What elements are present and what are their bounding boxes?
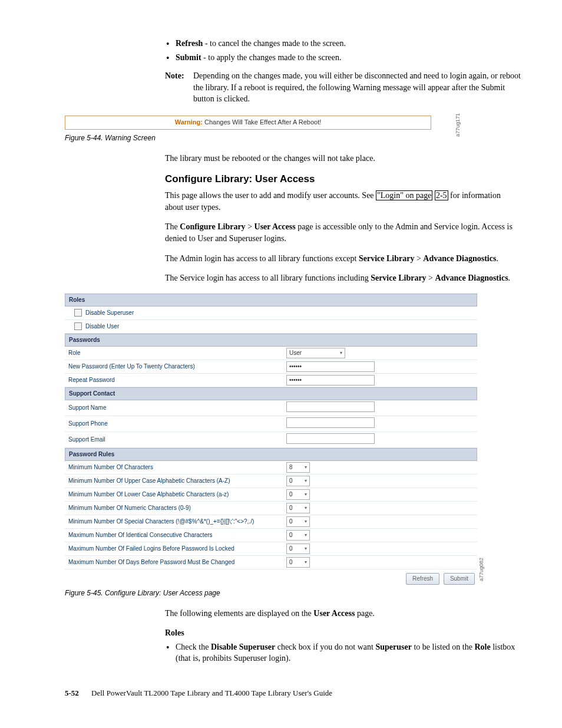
chevron-down-icon: ▾	[340, 350, 342, 356]
bullet-rest: - to cancel the changes made to the scre…	[203, 39, 346, 48]
row-role: Role User▾	[65, 347, 477, 360]
rule-row: Minimum Number Of Upper Case Alphabetic …	[65, 475, 477, 488]
role-value: User	[289, 349, 302, 357]
section-p4: The Service login has access to all libr…	[165, 272, 521, 284]
p1-pre: This page allows the user to add and mod…	[165, 191, 376, 200]
support-phone-input[interactable]	[286, 417, 375, 428]
rule-value: 0	[289, 490, 293, 499]
warning-message: Changes Will Take Effect After A Reboot!	[203, 118, 321, 126]
rb-pre: Check the	[176, 643, 211, 651]
roles-bullet: Check the Disable Superuser check box if…	[165, 641, 521, 664]
login-page-link[interactable]: "Login" on page	[376, 190, 432, 200]
rule-row: Maximum Number Of Identical Consecutive …	[65, 529, 477, 542]
p2-pre: The	[165, 222, 180, 231]
rule-select[interactable]: 0▾	[286, 489, 310, 500]
user-access-figure: Roles Disable Superuser Disable User Pas…	[65, 294, 477, 585]
rb-b3: Role	[474, 643, 490, 651]
p4-b2: Advance Diagnostics	[435, 274, 508, 282]
new-password-input[interactable]: ••••••	[286, 361, 375, 372]
after-ua-block: The following elements are displayed on …	[165, 608, 521, 664]
rule-label: Maximum Number Of Failed Logins Before P…	[68, 545, 286, 553]
row-newpw: New Password (Enter Up To Twenty Charact…	[65, 360, 477, 374]
rule-select[interactable]: 0▾	[286, 516, 310, 527]
row-repeatpw: Repeat Password ••••••	[65, 374, 477, 387]
warning-prefix: Warning:	[175, 118, 203, 126]
rule-value: 0	[289, 504, 293, 512]
warning-banner: Warning: Changes Will Take Effect After …	[65, 116, 431, 130]
rule-value: 0	[289, 558, 293, 566]
band-rules: Password Rules	[65, 448, 477, 461]
section-p1: This page allows the user to add and mod…	[165, 190, 521, 213]
role-label: Role	[68, 349, 286, 357]
role-select[interactable]: User▾	[286, 348, 345, 358]
figure-code: a77ug171	[454, 113, 462, 137]
support-name-label: Support Name	[68, 404, 286, 412]
refresh-button[interactable]: Refresh	[406, 573, 439, 585]
chevron-down-icon: ▾	[305, 532, 307, 538]
row-support-phone: Support Phone	[65, 416, 477, 432]
rule-label: Maximum Number Of Identical Consecutive …	[68, 531, 286, 539]
intro-bullets: Refresh - to cancel the changes made to …	[165, 38, 521, 63]
ua-caption: Figure 5-45. Configure Library: User Acc…	[65, 588, 521, 598]
support-phone-label: Support Phone	[68, 420, 286, 428]
support-name-input[interactable]	[286, 401, 375, 412]
p4-post: .	[508, 274, 511, 282]
rule-select[interactable]: 0▾	[286, 557, 310, 568]
rule-label: Maximum Number Of Days Before Password M…	[68, 558, 286, 566]
section-heading: Configure Library: User Access	[165, 172, 521, 186]
section-p3: The Admin login has access to all librar…	[165, 253, 521, 265]
rule-row: Maximum Number Of Days Before Password M…	[65, 556, 477, 569]
page-number: 5-52	[65, 689, 79, 697]
band-passwords: Passwords	[65, 334, 477, 347]
disable-superuser-label: Disable Superuser	[85, 309, 134, 317]
rule-select[interactable]: 8▾	[286, 462, 310, 473]
rule-label: Minimum Number Of Characters	[68, 463, 286, 472]
rule-label: Minimum Number Of Numeric Characters (0-…	[68, 504, 286, 512]
chevron-down-icon: ▾	[305, 505, 307, 511]
after-warning-block: The library must be rebooted or the chan…	[165, 153, 521, 284]
band-support: Support Contact	[65, 387, 477, 400]
rule-select[interactable]: 0▾	[286, 503, 310, 513]
p4-pre: The Service login has access to all libr…	[165, 274, 371, 282]
lead-post: page.	[355, 609, 374, 618]
rule-label: Minimum Number Of Upper Case Alphabetic …	[68, 477, 286, 485]
rb-mid: check box if you do not want	[275, 643, 375, 651]
page-footer: 5-52 Dell PowerVault TL2000 Tape Library…	[65, 688, 521, 699]
band-roles: Roles	[65, 294, 477, 307]
repeat-password-input[interactable]: ••••••	[286, 375, 375, 386]
rule-select[interactable]: 0▾	[286, 543, 310, 554]
lead-b: User Access	[313, 609, 355, 618]
warning-caption: Figure 5-44. Warning Screen	[65, 133, 521, 143]
after-ua-lead: The following elements are displayed on …	[165, 608, 521, 620]
submit-button[interactable]: Submit	[444, 573, 475, 585]
chevron-down-icon: ▾	[305, 545, 307, 552]
footer-title: Dell PowerVault TL2000 Tape Library and …	[91, 689, 332, 697]
chevron-down-icon: ▾	[305, 464, 307, 470]
row-support-name: Support Name	[65, 400, 477, 416]
rule-row: Minimum Number Of Special Characters (!@…	[65, 515, 477, 529]
rule-value: 0	[289, 518, 293, 526]
rule-row: Minimum Number Of Numeric Characters (0-…	[65, 502, 477, 515]
bullet-submit: Submit - to apply the changes made to th…	[165, 52, 521, 64]
note: Note: Depending on the changes made, you…	[165, 70, 521, 105]
p3-b1: Service Library	[359, 254, 414, 263]
note-label: Note:	[165, 70, 193, 105]
bullet-rest: - to apply the changes made to the scree…	[201, 53, 342, 62]
p2-b1: Configure Library	[180, 222, 245, 231]
chevron-down-icon: ▾	[305, 491, 307, 498]
section-p2: The Configure Library > User Access page…	[165, 221, 521, 244]
repeatpw-label: Repeat Password	[68, 376, 286, 384]
rule-select[interactable]: 0▾	[286, 476, 310, 486]
support-email-input[interactable]	[286, 433, 375, 444]
rule-row: Minimum Number Of Characters8▾	[65, 461, 477, 475]
bullet-bold: Submit	[176, 53, 201, 62]
disable-user-checkbox[interactable]	[74, 322, 82, 330]
p2-b2: User Access	[254, 222, 296, 231]
p2-gt: >	[246, 222, 254, 231]
row-disable-superuser: Disable Superuser	[65, 307, 477, 320]
login-page-link-2[interactable]: 2-5	[435, 190, 448, 200]
rule-value: 8	[289, 463, 293, 472]
p4-b1: Service Library	[371, 274, 426, 282]
rule-select[interactable]: 0▾	[286, 530, 310, 541]
disable-superuser-checkbox[interactable]	[74, 309, 82, 317]
